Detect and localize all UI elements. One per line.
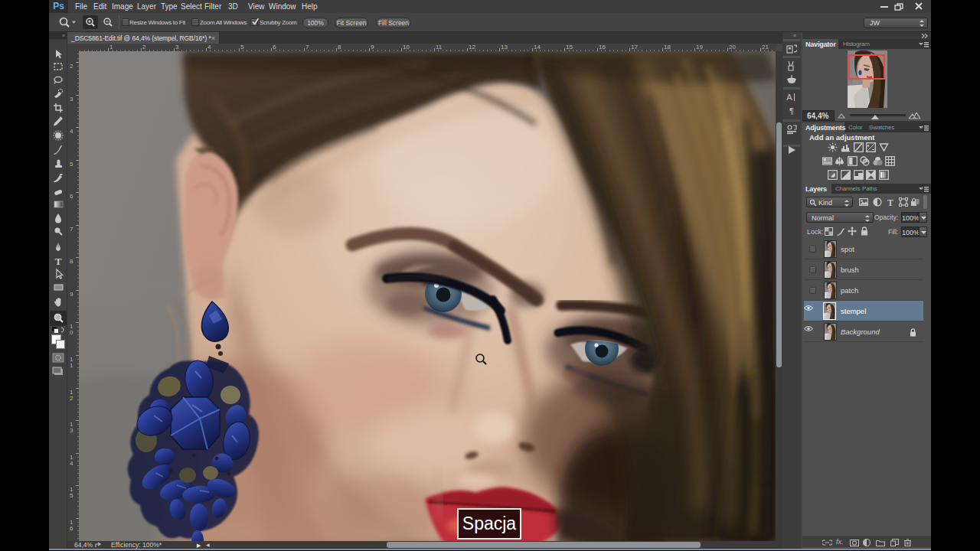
svg-text:T: T bbox=[55, 256, 62, 267]
svg-text:A: A bbox=[786, 93, 792, 102]
svg-text:T: T bbox=[887, 197, 893, 207]
svg-text:¶: ¶ bbox=[789, 106, 794, 116]
